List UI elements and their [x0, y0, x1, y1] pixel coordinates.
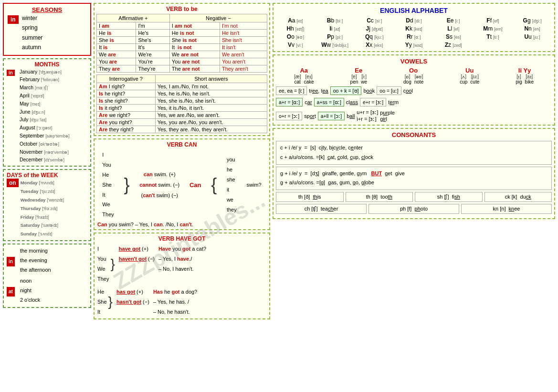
vowels-row: Aa [æ]cat[eɪ]cake Ee [e]pen[iː]we Oo [ɒ]… — [276, 67, 552, 85]
cons-th-sounds: th [ð] this th [θ] tooth sh [ʃ] fish ck … — [276, 192, 552, 202]
cons-cell-ch: ch [tʃ] teacher — [276, 204, 367, 214]
alpha-cell: Oo [əʊ] — [276, 33, 315, 40]
interr-a: Yes, she is./No, she isn't. — [155, 97, 267, 105]
aff-subj-verb: She is — [97, 37, 136, 44]
has-layout: HeSheIt } has got (+) hasn't got (−) Has… — [97, 287, 266, 317]
vowel-group: Uu [ʌ]cup[juː]cute — [458, 67, 481, 85]
can-brace-right: { — [211, 176, 217, 193]
list-item: He — [97, 287, 107, 297]
list-item: I — [97, 244, 109, 254]
cons-cell-kn: kn [n] knee — [461, 204, 552, 214]
list-item: Thursday ['θɜːzdɪ] — [21, 204, 64, 213]
alphabet-title: ENGLISH ALPHABET — [276, 7, 551, 14]
rule-example: tree, tea — [309, 88, 328, 94]
aff-short: You're — [136, 58, 169, 65]
seasons-list: winter spring summer autumn — [22, 13, 86, 53]
list-item: June [dʒuːn] — [20, 108, 70, 116]
rule-box: oo = [uː] — [377, 86, 401, 95]
aff-subj-verb: We are — [97, 51, 136, 58]
list-item: He — [102, 170, 114, 180]
rule-box-all: a+ll = [ɔː] — [318, 112, 345, 120]
rule-example: cool — [403, 88, 413, 94]
list-item: It — [102, 190, 114, 200]
alpha-cell: Bb [biː] — [316, 17, 354, 24]
verb-can-box: VERB CAN IYouHeSheItWeThey } can swim. (… — [94, 138, 270, 230]
alpha-cell: Qq [kjuː] — [355, 33, 393, 40]
time-in-list: the morningthe eveningthe afternoon — [20, 246, 51, 275]
interr-a: Yes, you are./No, you aren't. — [155, 119, 267, 126]
list-item: February ['februən] — [20, 75, 70, 84]
aff-header: Affirmative + — [97, 14, 170, 22]
days-box: DAYS of the WEEK on Monday ['mʌndɪ]Tuesd… — [3, 169, 91, 241]
list-item: they — [227, 205, 237, 215]
neg-short: She isn't — [220, 37, 267, 44]
alphabet-grid: Aa [eɪ]Bb [biː]Cc [siː]Dd [diː]Ee [iː]Ff… — [276, 17, 551, 48]
alpha-cell: Vv [viː] — [276, 42, 315, 48]
alpha-cell: Gg [dʒiː] — [513, 17, 551, 24]
alpha-cell: Ll [el] — [434, 25, 473, 32]
list-item: you — [227, 155, 237, 165]
interr-q: Is he right? — [97, 90, 156, 97]
verb-have-box: VERB HAVE GOT IYouWeThey } have got (+) … — [94, 233, 270, 319]
interr-header: Interrogative ? — [97, 75, 156, 83]
interr-q: Are you right? — [97, 119, 156, 126]
table-row: I am I'm I am not I'm not — [97, 22, 267, 30]
can-subjects-right: youhesheitwethey — [227, 155, 237, 214]
alpha-cell: Rr [ɑː] — [395, 33, 433, 40]
table-row: Are we right? Yes, we are./No, we aren't… — [97, 112, 267, 119]
neg-header: Negative − — [169, 14, 267, 22]
in-badge-months: in — [7, 70, 15, 76]
rule-box-or: o+r = [ɔː] — [276, 112, 302, 120]
list-item: It — [97, 307, 107, 317]
verb-be-table: Affirmative + Negative − I am I'm I am n… — [96, 14, 267, 73]
list-item: You — [102, 160, 114, 170]
table-row: Is he right? Yes, he is./No, he isn't. — [97, 90, 267, 97]
alpha-cell: Pp [piː] — [316, 33, 354, 40]
interr-q: Are we right? — [97, 112, 156, 119]
vowel-rules: ee, ea = [iː] tree, tea oo + k = [ʊ] boo… — [276, 86, 552, 122]
neg-short: They aren't — [220, 65, 267, 73]
can-middle: can swim. (+) cannot swim. (−) (can't sw… — [139, 169, 179, 201]
aff-subj-verb: I am — [97, 22, 136, 30]
interr-a: Yes, I am./No, I'm not. — [155, 83, 267, 90]
list-item: August ['ɔːgəst] — [20, 124, 70, 132]
neg-long: She is not — [169, 37, 220, 44]
neg-long: It is not — [169, 44, 220, 51]
has-right: Has he got a dog? – Yes, he has. / – No,… — [153, 287, 197, 317]
list-item: January ['dʒænjuən] — [20, 68, 70, 76]
table-row: They are They're The are not They aren't — [97, 65, 267, 73]
have-subjects-left: IYouWeThey — [97, 244, 109, 284]
list-item: she — [227, 175, 237, 185]
table-row: You are You're You are not You aren't — [97, 58, 267, 65]
list-item: summer — [22, 33, 86, 42]
can-bottom: Can you swim? – Yes, I can. /No, I can't… — [97, 222, 266, 227]
has-left-group: HeSheIt } — [97, 287, 113, 317]
cons-cell-sh: sh [ʃ] fish — [415, 192, 483, 202]
alpha-cell: Uu [juː] — [513, 33, 551, 40]
alpha-cell: Ii [aɪ] — [316, 25, 354, 32]
list-item: November [nəʊ'vembə] — [20, 148, 70, 156]
aff-short: We're — [136, 51, 169, 58]
list-item: the afternoon — [20, 265, 51, 275]
list-item: Tuesday ['tjuːzdɪ] — [21, 187, 64, 196]
days-content: on Monday ['mʌndɪ]Tuesday ['tjuːzdɪ]Wedn… — [7, 179, 87, 238]
can-word: Can — [190, 181, 201, 189]
in-badge-time: in — [7, 257, 15, 266]
neg-short: You aren't — [220, 58, 267, 65]
can-brace-left: } — [124, 176, 130, 193]
table-row: He is He's He is not He isn't — [97, 30, 267, 37]
cons-cell-ck: ck [k] duck — [484, 192, 552, 202]
neg-long: I am not — [169, 22, 220, 30]
alpha-cell: Yy [waɪ] — [395, 42, 433, 48]
alpha-cell: Cc [siː] — [355, 17, 393, 24]
alpha-cell: Nn [en] — [513, 25, 551, 32]
interr-q: Are they right? — [97, 126, 156, 133]
table-row: Are you right? Yes, you are./No, you are… — [97, 119, 267, 126]
list-item: May [meɪ] — [20, 100, 70, 108]
vowels-box: VOWELS Aa [æ]cat[eɪ]cake Ee [e]pen[iː]we… — [273, 54, 555, 126]
aff-subj-verb: You are — [97, 58, 136, 65]
cons-cell-th-voiceless: th [θ] tooth — [346, 192, 413, 202]
aff-short: I'm — [136, 22, 169, 30]
list-item: the morning — [20, 246, 51, 256]
neg-long: He is not — [169, 30, 220, 37]
